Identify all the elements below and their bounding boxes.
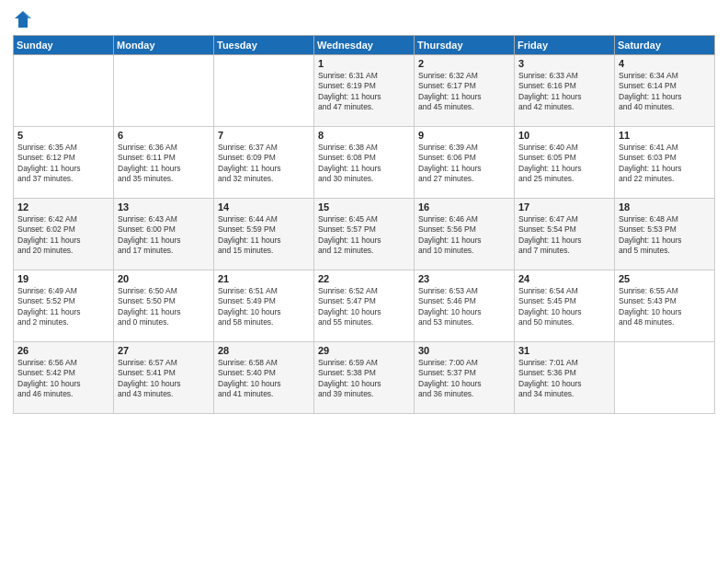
cell-details: Sunrise: 6:52 AM Sunset: 5:47 PM Dayligh…: [318, 286, 410, 328]
calendar-week-2: 5Sunrise: 6:35 AM Sunset: 6:12 PM Daylig…: [14, 127, 715, 199]
day-number: 7: [218, 130, 310, 141]
calendar-cell: 16Sunrise: 6:46 AM Sunset: 5:56 PM Dayli…: [415, 199, 515, 270]
cell-details: Sunrise: 6:36 AM Sunset: 6:11 PM Dayligh…: [118, 143, 210, 185]
day-number: 14: [218, 201, 310, 213]
cell-details: Sunrise: 6:44 AM Sunset: 5:59 PM Dayligh…: [218, 214, 310, 257]
day-number: 27: [118, 345, 210, 356]
day-number: 2: [418, 58, 510, 69]
cell-details: Sunrise: 6:37 AM Sunset: 6:09 PM Dayligh…: [218, 143, 310, 185]
day-number: 22: [318, 273, 410, 284]
day-number: 16: [418, 201, 510, 213]
day-number: 25: [619, 273, 711, 284]
day-number: 5: [17, 130, 109, 141]
logo: [13, 9, 37, 29]
cell-details: Sunrise: 6:58 AM Sunset: 5:40 PM Dayligh…: [218, 358, 310, 400]
cell-details: Sunrise: 6:42 AM Sunset: 6:02 PM Dayligh…: [17, 214, 109, 257]
day-number: 12: [17, 201, 109, 213]
cell-details: Sunrise: 7:01 AM Sunset: 5:36 PM Dayligh…: [518, 358, 610, 400]
cell-details: Sunrise: 6:57 AM Sunset: 5:41 PM Dayligh…: [118, 358, 210, 400]
day-number: 15: [318, 201, 410, 213]
day-number: 26: [17, 345, 109, 356]
calendar-cell: [615, 342, 715, 414]
weekday-header-sunday: Sunday: [14, 36, 114, 55]
weekday-header-thursday: Thursday: [415, 36, 515, 55]
calendar-cell: 20Sunrise: 6:50 AM Sunset: 5:50 PM Dayli…: [114, 270, 214, 342]
calendar-cell: 10Sunrise: 6:40 AM Sunset: 6:05 PM Dayli…: [515, 127, 615, 199]
calendar-cell: 4Sunrise: 6:34 AM Sunset: 6:14 PM Daylig…: [615, 55, 715, 127]
weekday-header-tuesday: Tuesday: [214, 36, 314, 55]
calendar-cell: 13Sunrise: 6:43 AM Sunset: 6:00 PM Dayli…: [114, 199, 214, 270]
day-number: 4: [619, 58, 711, 69]
day-number: 28: [218, 345, 310, 356]
cell-details: Sunrise: 6:34 AM Sunset: 6:14 PM Dayligh…: [619, 71, 711, 113]
calendar-week-1: 1Sunrise: 6:31 AM Sunset: 6:19 PM Daylig…: [14, 55, 715, 127]
cell-details: Sunrise: 6:43 AM Sunset: 6:00 PM Dayligh…: [118, 214, 210, 257]
calendar-cell: 15Sunrise: 6:45 AM Sunset: 5:57 PM Dayli…: [314, 199, 415, 270]
cell-details: Sunrise: 6:41 AM Sunset: 6:03 PM Dayligh…: [619, 143, 711, 185]
calendar-cell: 29Sunrise: 6:59 AM Sunset: 5:38 PM Dayli…: [314, 342, 415, 414]
day-number: 8: [318, 130, 410, 141]
calendar-cell: [114, 55, 214, 127]
day-number: 11: [619, 130, 711, 141]
day-number: 17: [518, 201, 610, 213]
cell-details: Sunrise: 6:35 AM Sunset: 6:12 PM Dayligh…: [17, 143, 109, 185]
cell-details: Sunrise: 6:31 AM Sunset: 6:19 PM Dayligh…: [318, 71, 410, 113]
cell-details: Sunrise: 6:51 AM Sunset: 5:49 PM Dayligh…: [218, 286, 310, 328]
calendar-cell: 9Sunrise: 6:39 AM Sunset: 6:06 PM Daylig…: [415, 127, 515, 199]
cell-details: Sunrise: 6:49 AM Sunset: 5:52 PM Dayligh…: [17, 286, 109, 328]
day-number: 19: [17, 273, 109, 284]
cell-details: Sunrise: 6:48 AM Sunset: 5:53 PM Dayligh…: [619, 214, 711, 257]
day-number: 9: [418, 130, 510, 141]
calendar-cell: 28Sunrise: 6:58 AM Sunset: 5:40 PM Dayli…: [214, 342, 314, 414]
calendar-cell: 25Sunrise: 6:55 AM Sunset: 5:43 PM Dayli…: [615, 270, 715, 342]
calendar-cell: 18Sunrise: 6:48 AM Sunset: 5:53 PM Dayli…: [615, 199, 715, 270]
cell-details: Sunrise: 6:54 AM Sunset: 5:45 PM Dayligh…: [518, 286, 610, 328]
calendar-cell: 3Sunrise: 6:33 AM Sunset: 6:16 PM Daylig…: [515, 55, 615, 127]
day-number: 29: [318, 345, 410, 356]
day-number: 10: [518, 130, 610, 141]
weekday-header-saturday: Saturday: [615, 36, 715, 55]
calendar-week-3: 12Sunrise: 6:42 AM Sunset: 6:02 PM Dayli…: [14, 199, 715, 270]
cell-details: Sunrise: 6:39 AM Sunset: 6:06 PM Dayligh…: [418, 143, 510, 185]
weekday-header-friday: Friday: [515, 36, 615, 55]
calendar-cell: 5Sunrise: 6:35 AM Sunset: 6:12 PM Daylig…: [14, 127, 114, 199]
calendar-cell: 2Sunrise: 6:32 AM Sunset: 6:17 PM Daylig…: [415, 55, 515, 127]
day-number: 18: [619, 201, 711, 213]
cell-details: Sunrise: 6:55 AM Sunset: 5:43 PM Dayligh…: [619, 286, 711, 328]
svg-marker-0: [15, 11, 31, 28]
cell-details: Sunrise: 6:45 AM Sunset: 5:57 PM Dayligh…: [318, 214, 410, 257]
day-number: 20: [118, 273, 210, 284]
day-number: 31: [518, 345, 610, 356]
cell-details: Sunrise: 6:53 AM Sunset: 5:46 PM Dayligh…: [418, 286, 510, 328]
day-number: 21: [218, 273, 310, 284]
calendar-cell: 23Sunrise: 6:53 AM Sunset: 5:46 PM Dayli…: [415, 270, 515, 342]
calendar-cell: 27Sunrise: 6:57 AM Sunset: 5:41 PM Dayli…: [114, 342, 214, 414]
cell-details: Sunrise: 6:40 AM Sunset: 6:05 PM Dayligh…: [518, 143, 610, 185]
cell-details: Sunrise: 7:00 AM Sunset: 5:37 PM Dayligh…: [418, 358, 510, 400]
header: [13, 9, 715, 29]
calendar-cell: 30Sunrise: 7:00 AM Sunset: 5:37 PM Dayli…: [415, 342, 515, 414]
day-number: 13: [118, 201, 210, 213]
cell-details: Sunrise: 6:56 AM Sunset: 5:42 PM Dayligh…: [17, 358, 109, 400]
cell-details: Sunrise: 6:50 AM Sunset: 5:50 PM Dayligh…: [118, 286, 210, 328]
cell-details: Sunrise: 6:33 AM Sunset: 6:16 PM Dayligh…: [518, 71, 610, 113]
page-container: SundayMondayTuesdayWednesdayThursdayFrid…: [0, 0, 728, 563]
calendar-cell: [14, 55, 114, 127]
calendar-cell: 7Sunrise: 6:37 AM Sunset: 6:09 PM Daylig…: [214, 127, 314, 199]
calendar-cell: 6Sunrise: 6:36 AM Sunset: 6:11 PM Daylig…: [114, 127, 214, 199]
day-number: 30: [418, 345, 510, 356]
day-number: 24: [518, 273, 610, 284]
calendar-cell: 1Sunrise: 6:31 AM Sunset: 6:19 PM Daylig…: [314, 55, 415, 127]
calendar-cell: 31Sunrise: 7:01 AM Sunset: 5:36 PM Dayli…: [515, 342, 615, 414]
calendar-cell: 12Sunrise: 6:42 AM Sunset: 6:02 PM Dayli…: [14, 199, 114, 270]
calendar-cell: 22Sunrise: 6:52 AM Sunset: 5:47 PM Dayli…: [314, 270, 415, 342]
day-number: 3: [518, 58, 610, 69]
cell-details: Sunrise: 6:59 AM Sunset: 5:38 PM Dayligh…: [318, 358, 410, 400]
logo-icon: [13, 9, 33, 29]
calendar-cell: 14Sunrise: 6:44 AM Sunset: 5:59 PM Dayli…: [214, 199, 314, 270]
calendar-cell: 11Sunrise: 6:41 AM Sunset: 6:03 PM Dayli…: [615, 127, 715, 199]
weekday-header-wednesday: Wednesday: [314, 36, 415, 55]
cell-details: Sunrise: 6:32 AM Sunset: 6:17 PM Dayligh…: [418, 71, 510, 113]
cell-details: Sunrise: 6:38 AM Sunset: 6:08 PM Dayligh…: [318, 143, 410, 185]
calendar-week-4: 19Sunrise: 6:49 AM Sunset: 5:52 PM Dayli…: [14, 270, 715, 342]
